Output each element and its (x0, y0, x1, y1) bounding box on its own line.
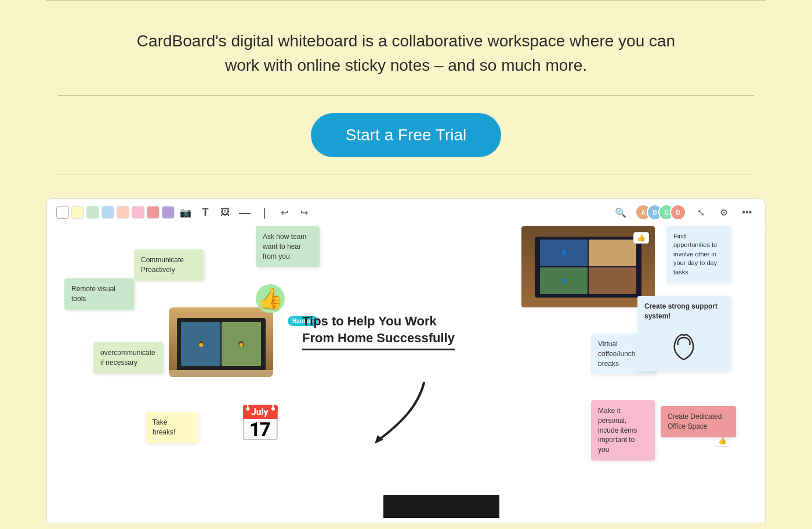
settings-icon[interactable]: ⚙ (715, 204, 733, 221)
line-tool[interactable]: — (236, 204, 253, 221)
sticky-note-opportunities[interactable]: Find opportunities to involve other in y… (666, 226, 730, 282)
note-make-text: Make it personal, incude items important… (598, 407, 637, 454)
title-line1: Tips to Help You Work (302, 314, 437, 328)
hero-desc-line1: CardBoard's digital whiteboard is a coll… (137, 32, 675, 50)
color-purple[interactable] (162, 206, 175, 219)
like-button-top[interactable]: 👍 (633, 232, 649, 244)
avatar: D (670, 204, 686, 220)
sticky-note-overcommunicate[interactable]: overcommunicate if necessary (93, 342, 163, 374)
color-pink[interactable] (132, 206, 144, 219)
sticky-note-dedicated[interactable]: Create Dedicated Office Space (661, 406, 736, 437)
black-bar (383, 495, 499, 518)
sticky-note-remote[interactable]: Remote visual tools (64, 278, 134, 310)
color-red[interactable] (147, 206, 160, 219)
note-overcommunicate-text: overcommunicate if necessary (100, 349, 155, 367)
redo-button[interactable]: ↪ (295, 204, 313, 221)
arrow-drawing (366, 371, 482, 447)
search-icon[interactable]: 🔍 (612, 204, 629, 221)
note-remote-text: Remote visual tools (71, 285, 115, 303)
sticky-note-take-breaks[interactable]: Take breaks! (146, 412, 198, 443)
title-line2: From Home Successfully (302, 331, 455, 345)
canvas-area[interactable]: Remote visual tools Communicate Proactiv… (47, 226, 765, 518)
color-white[interactable] (56, 206, 69, 219)
whiteboard-container: 📷 T 🖼 — | ↩ ↪ 🔍 A B C D ⤡ ⚙ ••• Remote v… (46, 198, 766, 523)
calendar-image: 📅 (238, 403, 282, 444)
note-dedicated-text: Create Dedicated Office Space (668, 412, 722, 430)
note-ask-text: Ask how team want to hear from you (263, 233, 306, 260)
sticky-note-support[interactable]: Create strong support system! (637, 296, 730, 371)
note-take-text: Take breaks! (153, 418, 175, 436)
color-blue[interactable] (102, 206, 114, 219)
sticky-note-communicate[interactable]: Communicate Proactively (134, 249, 204, 281)
toolbar: 📷 T 🖼 — | ↩ ↪ 🔍 A B C D ⤡ ⚙ ••• (47, 199, 765, 226)
color-green[interactable] (86, 206, 99, 219)
divider-top (58, 95, 754, 96)
sticky-note-make-personal[interactable]: Make it personal, incude items important… (591, 400, 655, 461)
image-tool[interactable]: 🖼 (216, 204, 234, 221)
more-icon[interactable]: ••• (738, 204, 756, 221)
sticky-note-ask[interactable]: Ask how team want to hear from you (256, 226, 320, 267)
divider-tool[interactable]: | (256, 204, 273, 221)
hero-desc-line2: work with online sticky notes – and so m… (225, 56, 587, 74)
toolbar-right: 🔍 A B C D ⤡ ⚙ ••• (612, 204, 756, 221)
note-virtual-text: Virtual coffee/lunch breaks (598, 340, 636, 368)
hero-section: CardBoard's digital whiteboard is a coll… (0, 0, 812, 198)
hero-description: CardBoard's digital whiteboard is a coll… (128, 29, 684, 78)
muscle-drawing (661, 325, 707, 365)
undo-button[interactable]: ↩ (276, 204, 293, 221)
text-tool[interactable]: T (197, 204, 214, 221)
color-peach[interactable] (117, 206, 129, 219)
camera-tool[interactable]: 📷 (177, 204, 194, 221)
note-communicate-text: Communicate Proactively (141, 256, 184, 274)
laptop-image: 👨 👩 (169, 307, 273, 377)
canvas-title: Tips to Help You Work From Home Successf… (302, 313, 455, 350)
divider-bottom (58, 175, 754, 175)
start-trial-button[interactable]: Start a Free Trial (311, 113, 502, 157)
note-opportunities-text: Find opportunities to involve other in y… (673, 233, 717, 276)
avatar-group: A B C D (635, 204, 686, 220)
thumbs-up-sticker: 👍 (256, 284, 285, 313)
color-yellow[interactable] (71, 206, 84, 219)
expand-icon[interactable]: ⤡ (692, 204, 709, 221)
note-support-text: Create strong support system! (644, 302, 717, 320)
